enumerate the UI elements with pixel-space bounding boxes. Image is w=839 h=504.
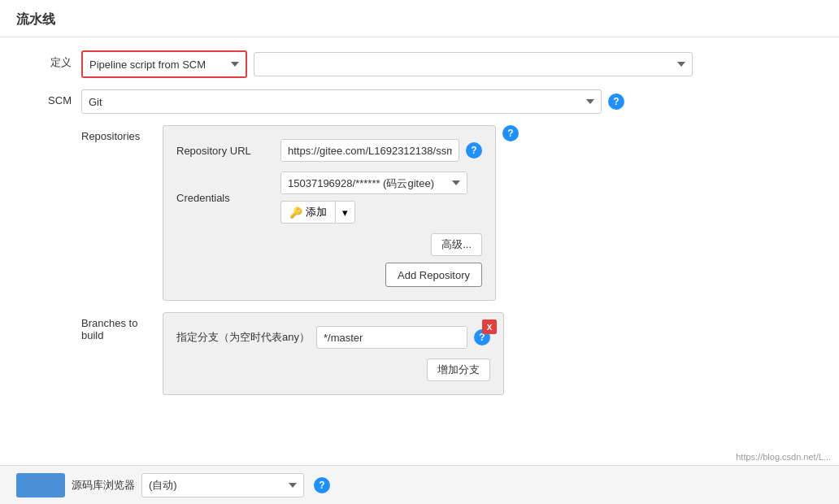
branch-row: 指定分支（为空时代表any） x ? bbox=[176, 326, 490, 349]
branches-right: 指定分支（为空时代表any） x ? 增加分支 bbox=[163, 312, 504, 395]
page-wrapper: 流水线 定义 Pipeline script from SCM SCM Git … bbox=[0, 0, 839, 504]
scm-control: Git ? bbox=[81, 89, 823, 114]
source-browser-apply-button[interactable] bbox=[16, 473, 65, 497]
branch-label-text: 指定分支（为空时代表any） bbox=[176, 330, 310, 345]
repositories-box: Repository URL ? Credentials 15037196928… bbox=[163, 125, 496, 301]
add-credentials-button[interactable]: 🔑 添加 bbox=[280, 201, 335, 224]
definition-select-wrapper: Pipeline script from SCM bbox=[81, 50, 247, 78]
scm-label: SCM bbox=[16, 89, 81, 106]
definition-extra-select[interactable] bbox=[254, 52, 693, 76]
repos-actions: 高级... Add Repository bbox=[176, 233, 482, 287]
close-icon: x bbox=[487, 321, 493, 332]
repositories-label: Repositories bbox=[81, 125, 163, 142]
repos-right: Repository URL ? Credentials 15037196928… bbox=[163, 125, 519, 301]
scm-select[interactable]: Git bbox=[81, 89, 602, 114]
branches-box: 指定分支（为空时代表any） x ? 增加分支 bbox=[163, 312, 504, 395]
credentials-select[interactable]: 15037196928/****** (码云gitee) bbox=[280, 172, 467, 194]
branch-input[interactable] bbox=[316, 326, 467, 349]
credentials-label: Credentials bbox=[176, 192, 274, 204]
dropdown-arrow-icon: ▾ bbox=[342, 206, 348, 219]
branches-label: Branches to build bbox=[81, 312, 163, 341]
repo-url-help-icon[interactable]: ? bbox=[466, 142, 482, 159]
section-title: 流水线 bbox=[16, 12, 55, 26]
credentials-row: Credentials 15037196928/****** (码云gitee)… bbox=[176, 172, 482, 224]
scm-row: SCM Git ? bbox=[16, 89, 823, 114]
source-browser-label: 源码库浏览器 bbox=[72, 478, 135, 493]
watermark: https://blog.csdn.net/L... bbox=[736, 452, 831, 462]
section-header: 流水线 bbox=[0, 0, 839, 37]
branches-actions: 增加分支 bbox=[176, 358, 490, 381]
source-browser-help-icon[interactable]: ? bbox=[314, 477, 330, 493]
repo-url-input[interactable] bbox=[280, 139, 459, 162]
repo-url-row: Repository URL ? bbox=[176, 139, 482, 162]
advanced-button[interactable]: 高级... bbox=[431, 233, 482, 256]
add-branch-button[interactable]: 增加分支 bbox=[427, 358, 490, 381]
definition-select[interactable]: Pipeline script from SCM bbox=[83, 52, 246, 76]
add-credentials-dropdown[interactable]: ▾ bbox=[335, 201, 355, 224]
repositories-section: Repositories Repository URL ? Credential… bbox=[16, 125, 823, 301]
definition-label: 定义 bbox=[16, 50, 81, 70]
branches-section: Branches to build 指定分支（为空时代表any） x ? 增加分 bbox=[16, 312, 823, 395]
add-btn-group: 🔑 添加 ▾ bbox=[280, 201, 467, 224]
section-content: 定义 Pipeline script from SCM SCM Git ? Re… bbox=[0, 37, 839, 419]
scm-help-icon[interactable]: ? bbox=[608, 93, 624, 110]
repositories-help-icon[interactable]: ? bbox=[502, 125, 519, 141]
definition-control: Pipeline script from SCM bbox=[81, 50, 823, 78]
add-repository-button[interactable]: Add Repository bbox=[385, 263, 482, 287]
close-branch-button[interactable]: x bbox=[482, 319, 497, 334]
definition-row: 定义 Pipeline script from SCM bbox=[16, 50, 823, 78]
credentials-control: 15037196928/****** (码云gitee) 🔑 添加 ▾ bbox=[280, 172, 467, 224]
repo-url-label: Repository URL bbox=[176, 145, 274, 157]
source-browser-select[interactable]: (自动) bbox=[141, 473, 304, 497]
key-icon: 🔑 bbox=[289, 206, 302, 219]
bottom-bar: 源码库浏览器 (自动) ? bbox=[0, 465, 839, 504]
